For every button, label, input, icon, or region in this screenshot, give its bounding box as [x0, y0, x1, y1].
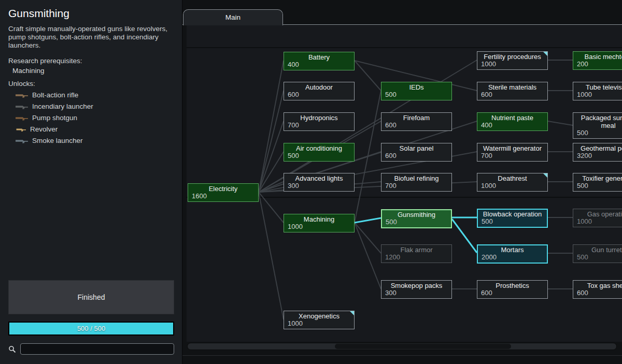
node-cost: 1000 [573, 218, 622, 225]
node-title: Solar panel [381, 144, 451, 152]
tech-node-tox-gas-shells[interactable]: Tox gas shells 600 [573, 280, 622, 299]
node-title: Prosthetics [477, 282, 547, 289]
node-title: Advanced lights [284, 174, 354, 182]
node-cost: 1000 [284, 223, 354, 230]
node-cost: 600 [477, 289, 547, 297]
tech-node-machining[interactable]: Machining 1000 [284, 214, 355, 232]
tech-node-battery[interactable]: Battery 400 [284, 52, 355, 70]
node-cost: 500 [573, 254, 622, 261]
node-title: Machining [284, 215, 354, 223]
node-title: Toxifier generator [573, 174, 622, 182]
tech-node-gun-turrets[interactable]: Gun turrets 500 [573, 244, 622, 263]
node-title: Mortars [478, 246, 547, 254]
node-title: Tube television [573, 83, 622, 91]
node-cost: 300 [381, 289, 451, 297]
node-cost: 600 [381, 152, 451, 159]
tech-node-nutrient-paste[interactable]: Nutrient paste 400 [477, 112, 548, 131]
tech-node-mortars[interactable]: Mortars 2000 [477, 244, 548, 264]
node-title: Electricity [188, 185, 258, 193]
node-title: Basic mechtech [573, 53, 622, 61]
tech-node-solar-panel[interactable]: Solar panel 600 [381, 143, 452, 162]
tech-node-electricity[interactable]: Electricity 1600 [188, 183, 259, 202]
node-cost: 200 [573, 61, 622, 68]
tech-node-deathrest[interactable]: Deathrest 1000 [477, 173, 548, 192]
tech-node-advanced-lights[interactable]: Advanced lights 300 [284, 173, 355, 192]
tech-node-firefoam[interactable]: Firefoam 600 [381, 112, 452, 131]
node-title: Biofuel refining [381, 174, 451, 182]
node-cost: 600 [477, 91, 547, 98]
tech-node-fertility-procedures[interactable]: Fertility procedures 1000 [477, 51, 548, 70]
node-cost: 1000 [477, 182, 547, 190]
tech-node-toxifier-generator[interactable]: Toxifier generator 500 [573, 173, 622, 192]
node-title: Nutrient paste [477, 114, 547, 122]
node-cost: 700 [381, 182, 451, 190]
node-cost: 400 [477, 122, 547, 129]
tab-main[interactable]: Main [183, 9, 283, 25]
node-title: Fertility procedures [477, 53, 547, 61]
tech-node-sterile-materials[interactable]: Sterile materials 600 [477, 82, 548, 100]
node-cost: 1000 [477, 61, 547, 68]
tech-node-watermill-generator[interactable]: Watermill generator 700 [477, 143, 548, 162]
tech-node-packaged-survival-meal[interactable]: Packaged survival meal 500 [573, 112, 622, 139]
node-title: Flak armor [381, 246, 451, 254]
tech-node-air-conditioning[interactable]: Air conditioning 500 [284, 143, 355, 162]
node-title: Air conditioning [284, 144, 354, 152]
node-cost: 1600 [188, 193, 258, 200]
tech-node-smokepop-packs[interactable]: Smokepop packs 300 [381, 280, 452, 299]
node-cost: 700 [477, 152, 547, 159]
node-title: Gunsmithing [382, 211, 451, 219]
node-cost: 500 [381, 91, 451, 98]
tech-node-autodoor[interactable]: Autodoor 600 [284, 82, 355, 100]
node-cost: 400 [284, 61, 354, 68]
node-cost: 1000 [284, 320, 354, 327]
tech-node-gunsmithing[interactable]: Gunsmithing 500 [381, 209, 452, 228]
node-title: IEDs [381, 83, 451, 91]
node-cost: 700 [284, 122, 354, 129]
node-cost: 2000 [478, 254, 547, 261]
tech-node-blowback-operation[interactable]: Blowback operation 500 [477, 209, 548, 228]
node-title: Watermill generator [477, 144, 547, 152]
node-title: Firefoam [381, 114, 451, 122]
node-title: Gun turrets [573, 246, 622, 254]
tech-node-basic-mechtech[interactable]: Basic mechtech 200 [573, 51, 622, 70]
node-title: Autodoor [284, 83, 354, 91]
node-title: Blowback operation [478, 210, 547, 218]
node-cost: 600 [381, 122, 451, 129]
tech-node-geothermal-power[interactable]: Geothermal power 3200 [573, 143, 622, 162]
tech-node-gas-operation[interactable]: Gas operation 1000 [573, 209, 622, 227]
node-title: Deathrest [477, 174, 547, 182]
tech-node-prosthetics[interactable]: Prosthetics 600 [477, 280, 548, 299]
node-title: Hydroponics [284, 114, 354, 122]
node-cost: 1200 [381, 254, 451, 261]
node-cost: 500 [573, 182, 622, 190]
node-title: Gas operation [573, 210, 622, 218]
node-cost: 500 [382, 219, 451, 226]
node-cost: 1000 [573, 91, 622, 98]
node-title: Sterile materials [477, 83, 547, 91]
tech-node-tube-television[interactable]: Tube television 1000 [573, 82, 622, 100]
node-title: Tox gas shells [573, 282, 622, 289]
tech-node-flak-armor[interactable]: Flak armor 1200 [381, 244, 452, 263]
tech-node-ieds[interactable]: IEDs 500 [381, 82, 452, 100]
node-title: Battery [284, 53, 354, 61]
tech-node-biofuel-refining[interactable]: Biofuel refining 700 [381, 173, 452, 192]
node-title: Geothermal power [573, 144, 622, 152]
node-title: Packaged survival meal [573, 114, 622, 129]
tech-node-xenogenetics[interactable]: Xenogenetics 1000 [284, 311, 355, 329]
node-cost: 500 [573, 129, 622, 137]
tech-node-hydroponics[interactable]: Hydroponics 700 [284, 112, 355, 131]
node-cost: 600 [573, 289, 622, 297]
node-cost: 3200 [573, 152, 622, 159]
node-cost: 500 [478, 218, 547, 225]
node-cost: 600 [284, 91, 354, 98]
node-cost: 500 [284, 152, 354, 159]
node-title: Xenogenetics [284, 312, 354, 320]
node-title: Smokepop packs [381, 282, 451, 289]
node-cost: 300 [284, 182, 354, 190]
